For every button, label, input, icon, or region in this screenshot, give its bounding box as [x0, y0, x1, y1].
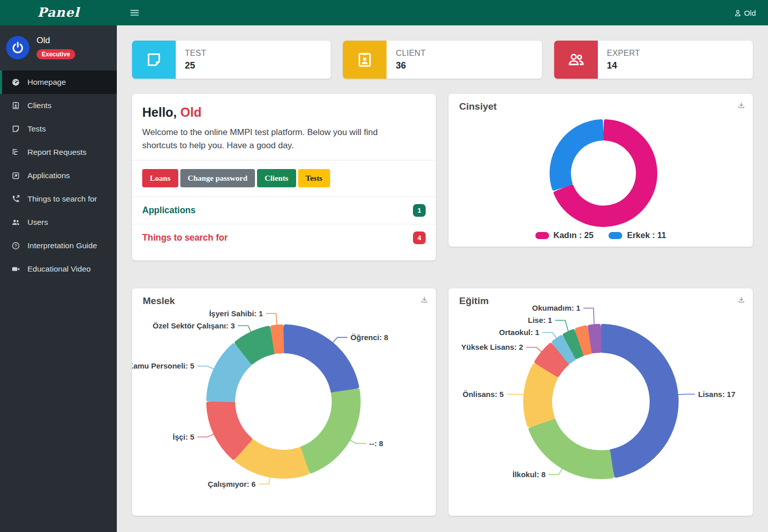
sidebar-item-label: Homepage [27, 78, 66, 87]
sidebar-item-label: Clients [27, 101, 51, 110]
legend-swatch [609, 232, 622, 239]
stat-card-test: TEST 25 [132, 41, 331, 79]
stat-value: 14 [607, 60, 641, 71]
donut-segment [525, 365, 556, 425]
greeting-name: Old [180, 105, 202, 119]
sidebar-item-label: Tests [27, 124, 46, 134]
loans-button[interactable]: Loans [142, 169, 178, 187]
stat-value: 36 [396, 60, 426, 71]
link-applications[interactable]: Applications 1 [132, 196, 436, 224]
label-leader-line [542, 332, 557, 339]
chart-title: Meslek [143, 295, 175, 307]
label-leader-line [677, 394, 695, 395]
video-camera-icon [11, 264, 20, 274]
header-user-label: Old [744, 9, 756, 17]
person-icon [733, 9, 742, 17]
users-icon [11, 218, 20, 227]
id-card-icon [11, 101, 20, 110]
label-leader-line [198, 434, 215, 437]
sidebar-item-homepage[interactable]: Homepage [0, 71, 117, 94]
download-icon[interactable] [737, 295, 746, 304]
sidebar-nav: Homepage Clients Tests Report Requests A… [0, 71, 117, 281]
gender-donut-chart [449, 94, 753, 247]
phone-outgoing-icon [11, 194, 20, 204]
legend-label: Kadın : 25 [554, 230, 594, 240]
tests-button[interactable]: Tests [298, 169, 330, 187]
donut-segment [302, 390, 359, 471]
chart-title: Eğitim [459, 295, 489, 307]
count-badge: 1 [413, 204, 426, 217]
legend-item: Erkek : 11 [609, 230, 666, 240]
shortcut-links: Applications 1 Things to search for 4 [132, 196, 436, 251]
segment-label: İşyeri Sahibi: 1 [209, 309, 263, 318]
donut-segment [237, 441, 307, 477]
sidebar-item-label: Interpretation Guide [27, 241, 97, 250]
label-leader-line [549, 468, 563, 475]
change-password-button[interactable]: Change password [180, 169, 255, 187]
chart-legend: Kadın : 25Erkek : 11 [449, 230, 753, 240]
occupation-chart-card: Meslek Öğrenci: 8--: 8Çalışmıyor: 6İşçi:… [132, 288, 436, 516]
sidebar-item-interpretation-guide[interactable]: ? Interpretation Guide [0, 234, 117, 257]
label-leader-line [238, 326, 251, 333]
label-leader-line [259, 477, 270, 484]
download-icon[interactable] [420, 295, 429, 304]
count-badge: 4 [413, 231, 426, 244]
segment-label: Önlisans: 5 [463, 390, 504, 398]
sidebar-item-users[interactable]: Users [0, 211, 117, 234]
avatar [6, 36, 29, 59]
sidebar-item-label: Things to search for [27, 194, 97, 204]
label-leader-line [584, 308, 594, 325]
link-things-to-search-for[interactable]: Things to search for 4 [132, 224, 436, 251]
question-circle-icon: ? [11, 241, 20, 250]
segment-label: Özel Sektör Çalışanı: 3 [153, 321, 235, 330]
link-label: Applications [142, 205, 196, 216]
header-user-menu[interactable]: Old [733, 9, 756, 17]
sidebar-item-label: Applications [27, 171, 70, 180]
segment-label: Yüksek Lisans: 2 [461, 343, 523, 351]
shortcut-buttons: LoansChange passwordClientsTests [142, 169, 426, 187]
segment-label: Kamu Personeli: 5 [132, 361, 195, 370]
role-badge: Executive [37, 49, 75, 59]
donut-segment [272, 326, 282, 352]
legend-swatch [535, 232, 549, 239]
legend-label: Erkek : 11 [627, 230, 666, 240]
sidebar-item-report-requests[interactable]: Report Requests [0, 141, 117, 164]
stat-label: TEST [185, 49, 206, 58]
label-leader-line [555, 320, 568, 332]
hamburger-button[interactable] [129, 7, 140, 18]
donut-segment [602, 326, 677, 476]
donut-segment [530, 420, 612, 477]
id-card-icon [343, 41, 387, 79]
stat-label: CLIENT [396, 49, 426, 58]
main-content: TEST 25 CLIENT 36 EXPERT 14 Hello, Old W… [117, 25, 768, 532]
sidebar-item-label: Users [27, 218, 48, 227]
chart-title: Cinsiyet [459, 101, 497, 112]
welcome-message: Welcome to the online MMPI test platform… [142, 126, 411, 152]
gender-chart-card: Cinsiyet Kadın : 25Erkek : 11 [449, 94, 753, 247]
report-tree-icon [11, 148, 20, 157]
clients-button[interactable]: Clients [257, 169, 296, 187]
donut-segment [285, 326, 357, 391]
sidebar-item-clients[interactable]: Clients [0, 94, 117, 117]
label-leader-line [332, 338, 347, 344]
label-leader-line [507, 394, 525, 395]
segment-label: İlkokul: 8 [513, 470, 546, 479]
sidebar-item-applications[interactable]: Applications [0, 164, 117, 187]
label-leader-line [198, 366, 215, 369]
svg-text:?: ? [14, 244, 17, 248]
user-name: Old [37, 36, 75, 46]
sidebar: Panel Old Executive Homepage Clients Tes… [0, 0, 117, 532]
sidebar-item-label: Educational Video [27, 264, 91, 274]
donut-segment [551, 121, 602, 189]
occupation-donut-chart: Öğrenci: 8--: 8Çalışmıyor: 6İşçi: 5Kamu … [132, 288, 436, 516]
external-link-box-icon [11, 171, 20, 180]
top-header: Old [117, 0, 768, 25]
download-icon[interactable] [737, 101, 746, 110]
segment-label: Öğrenci: 8 [350, 333, 388, 342]
donut-segment [590, 326, 599, 351]
sidebar-item-educational-video[interactable]: Educational Video [0, 257, 117, 281]
link-label: Things to search for [142, 232, 228, 243]
segment-label: Lisans: 17 [698, 390, 735, 398]
sidebar-item-tests[interactable]: Tests [0, 117, 117, 141]
sidebar-item-things-to-search-for[interactable]: Things to search for [0, 187, 117, 211]
